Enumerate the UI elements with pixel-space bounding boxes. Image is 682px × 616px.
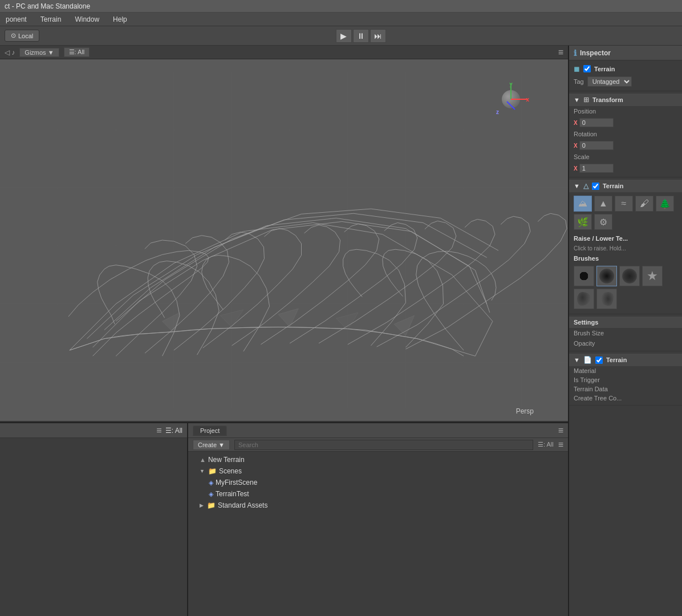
gizmo-y-label: y — [509, 81, 513, 87]
scale-row: Scale — [569, 152, 682, 162]
list-item[interactable]: ◈ TerrainTest — [188, 488, 568, 500]
item-label: Scenes — [219, 467, 242, 475]
list-item[interactable]: ◈ MyFirstScene — [188, 477, 568, 488]
scale-label: Scale — [574, 153, 608, 160]
project-all-menu[interactable]: ≡ — [558, 440, 563, 450]
rotation-row: Rotation — [569, 129, 682, 139]
rotation-x-input[interactable] — [579, 141, 614, 150]
object-active-checkbox[interactable] — [583, 65, 591, 72]
scene-gizmo[interactable]: y x z — [488, 76, 534, 122]
scale-values: X — [569, 162, 682, 175]
brush-shape — [622, 269, 637, 283]
raise-lower-tool[interactable]: ⛰ — [574, 196, 592, 212]
opacity-row: Opacity — [569, 338, 682, 348]
project-content: ▲ New Terrain ▼ 📁 Scenes ◈ MyFirstScene — [188, 452, 568, 616]
project-search[interactable] — [234, 440, 533, 450]
menu-window[interactable]: Window — [71, 14, 103, 25]
material-row: Material — [569, 366, 682, 375]
texture-tool[interactable]: 🖌 — [635, 196, 653, 212]
step-button[interactable]: ⏭ — [370, 29, 386, 43]
scene-menu[interactable]: ≡ — [558, 47, 563, 58]
opacity-label: Opacity — [574, 340, 595, 347]
menu-terrain[interactable]: Terrain — [37, 14, 65, 25]
brush-circle-soft[interactable] — [596, 266, 617, 286]
brushes-label: Brushes — [574, 255, 599, 262]
brush-blob[interactable] — [574, 289, 594, 309]
scale-x: X — [574, 164, 614, 173]
list-item[interactable]: ▼ 📁 Scenes — [188, 465, 568, 477]
tree-tool[interactable]: 🌲 — [656, 196, 674, 212]
menu-ponent[interactable]: ponent — [2, 14, 30, 25]
scene-canvas[interactable]: y x z Persp — [0, 59, 568, 421]
settings-title: Settings — [569, 317, 682, 328]
create-tree-label: Create Tree Co... — [574, 395, 622, 402]
brush-rough[interactable] — [596, 289, 617, 309]
scene-icon: ◈ — [209, 479, 213, 487]
tag-label: Tag — [574, 78, 584, 85]
inspector-title: Inspector — [580, 49, 611, 57]
hierarchy-panel-menu[interactable]: ≡ — [156, 425, 161, 436]
brush-size-label: Brush Size — [574, 330, 604, 337]
x-label-rot: X — [574, 143, 578, 149]
position-x-input[interactable] — [579, 118, 614, 127]
project-panel: Project ≡ Create ▼ ☰: All ≡ ▲ New Terrai… — [188, 423, 568, 616]
rotation-x: X — [574, 141, 614, 150]
settings-section: Settings Brush Size Opacity — [569, 314, 682, 351]
pause-button[interactable]: ⏸ — [353, 29, 369, 43]
local-button[interactable]: ⊙ Local — [5, 30, 39, 42]
all-label: ☰: All — [165, 427, 182, 435]
project-panel-menu[interactable]: ≡ — [558, 425, 563, 436]
x-label: X — [574, 120, 578, 126]
settings-tool[interactable]: ⚙ — [594, 214, 612, 230]
terrain-collider-title: ▼ 📄 Terrain — [569, 354, 682, 366]
create-tree-row: Create Tree Co... — [569, 394, 682, 403]
expand-arrow: ▼ — [574, 183, 580, 189]
brush-star[interactable]: ★ — [642, 266, 663, 286]
list-item[interactable]: ▲ New Terrain — [188, 454, 568, 465]
scene-toolbar: ◁ ♪ Gizmos ▼ ☰: All ≡ — [0, 46, 568, 59]
gizmo-arm-x — [511, 99, 527, 100]
brush-circle-hard[interactable] — [574, 266, 594, 286]
menu-help[interactable]: Help — [109, 14, 131, 25]
brush-circle-med[interactable] — [619, 266, 640, 286]
brushes-header-row: Brushes — [569, 253, 682, 264]
hierarchy-header: ≡ ☰: All — [0, 423, 187, 438]
scene-nav-icon: ◁ ♪ — [5, 48, 15, 56]
material-label: Material — [574, 367, 596, 374]
project-all-label: ☰: All — [538, 441, 554, 448]
create-button[interactable]: Create ▼ — [193, 440, 230, 450]
inspector-panel: ℹ Inspector ◼ Terrain Tag Untagged ▼ ⊞ T… — [568, 46, 682, 616]
smooth-tool[interactable]: ≈ — [615, 196, 633, 212]
terrain-component-section: ▼ △ Terrain ⛰ ▲ ≈ 🖌 🌲 🌿 ⚙ Raise / Lower … — [569, 177, 682, 314]
terrain-data-label: Terrain Data — [574, 386, 608, 392]
collider-active-checkbox[interactable] — [595, 356, 603, 364]
info-icon: ℹ — [574, 48, 577, 58]
detail-tool[interactable]: 🌿 — [574, 214, 592, 230]
terrain-active-checkbox[interactable] — [592, 183, 599, 190]
paint-tool[interactable]: ▲ — [594, 196, 612, 212]
expand-arrow: ▼ — [574, 96, 580, 103]
project-tab[interactable]: Project — [193, 425, 227, 436]
gizmo-z-label: z — [496, 109, 499, 115]
terrain-comp-label: Terrain — [603, 183, 623, 189]
gizmos-button[interactable]: Gizmos ▼ — [19, 48, 59, 57]
play-button[interactable]: ▶ — [336, 29, 352, 43]
object-name: Terrain — [594, 66, 615, 72]
terrain-tools: ⛰ ▲ ≈ 🖌 🌲 🌿 ⚙ — [569, 192, 682, 233]
toolbar: ⊙ Local ▶ ⏸ ⏭ — [0, 26, 682, 46]
list-item[interactable]: ▶ 📁 Standard Assets — [188, 500, 568, 511]
object-icon: ◼ — [574, 64, 580, 73]
local-label: Local — [18, 33, 33, 39]
scene-view[interactable]: ◁ ♪ Gizmos ▼ ☰: All ≡ — [0, 46, 568, 422]
folder-icon: 📁 — [207, 501, 216, 509]
title-bar: ct - PC and Mac Standalone — [0, 0, 682, 13]
position-x: X — [574, 118, 614, 127]
x-label-scale: X — [574, 165, 578, 172]
scale-x-input[interactable] — [579, 164, 614, 173]
rotation-label: Rotation — [574, 131, 608, 137]
transform-label: Transform — [592, 96, 623, 103]
object-row: ◼ Terrain — [569, 63, 682, 75]
scene-all-button[interactable]: ☰: All — [64, 47, 90, 57]
object-section: ◼ Terrain Tag Untagged — [569, 60, 682, 91]
tag-dropdown[interactable]: Untagged — [587, 76, 632, 87]
